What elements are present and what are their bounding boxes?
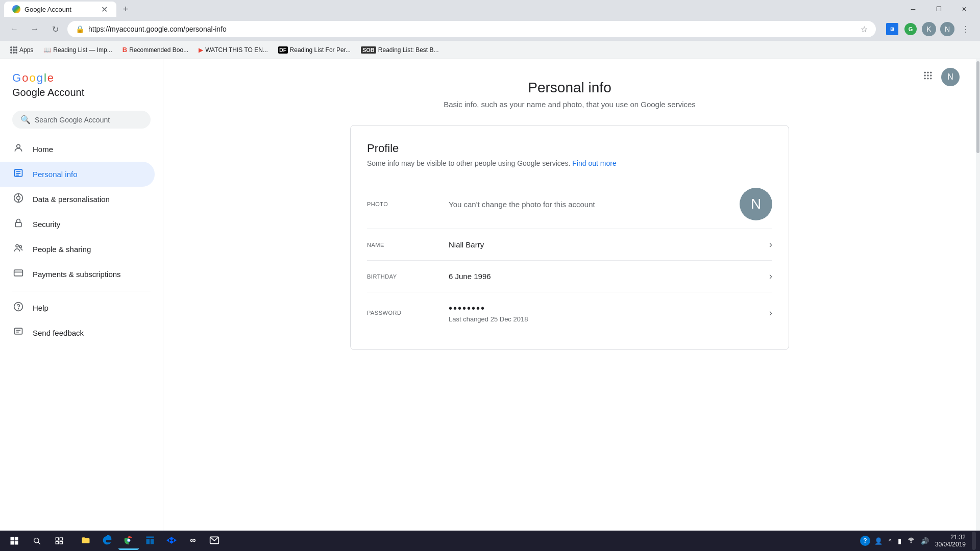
sidebar-item-personal-info[interactable]: Personal info bbox=[0, 162, 155, 187]
user-avatar-button[interactable]: N bbox=[939, 21, 955, 37]
svg-point-21 bbox=[930, 72, 932, 73]
address-bar: ← → ↻ 🔒 https://myaccount.google.com/per… bbox=[0, 18, 980, 41]
data-personalisation-icon bbox=[12, 193, 24, 206]
profile-button[interactable]: K bbox=[921, 21, 937, 37]
sidebar-item-home[interactable]: Home bbox=[0, 137, 155, 162]
birthday-value: 6 June 1996 bbox=[449, 272, 769, 281]
taskbar-app-infinity[interactable]: ∞ bbox=[183, 532, 203, 550]
bookmark-label-5: Reading List: Best B... bbox=[378, 46, 439, 54]
svg-point-32 bbox=[34, 538, 39, 543]
payments-icon bbox=[12, 268, 24, 281]
people-tray-icon[interactable]: 👤 bbox=[872, 536, 885, 546]
back-button[interactable]: ← bbox=[6, 21, 22, 37]
bookmark-star-icon[interactable]: ☆ bbox=[861, 24, 868, 34]
url-bar[interactable]: 🔒 https://myaccount.google.com/personal-… bbox=[67, 21, 876, 37]
forward-button[interactable]: → bbox=[27, 21, 43, 37]
taskbar-app-dropbox[interactable] bbox=[161, 532, 182, 550]
svg-point-25 bbox=[924, 78, 926, 79]
start-button[interactable] bbox=[4, 532, 24, 550]
birthday-row[interactable]: BIRTHDAY 6 June 1996 › bbox=[367, 261, 772, 292]
task-view-button[interactable] bbox=[49, 532, 69, 550]
nav-divider bbox=[12, 291, 151, 291]
toolbar-icons: ⊞ G K N ⋮ bbox=[884, 21, 974, 37]
scrollbar-thumb[interactable] bbox=[976, 61, 979, 153]
svg-rect-34 bbox=[56, 538, 58, 540]
page-subtitle: Basic info, such as your name and photo,… bbox=[188, 100, 951, 109]
url-text: https://myaccount.google.com/personal-in… bbox=[88, 25, 856, 33]
more-options-button[interactable]: ⋮ bbox=[958, 21, 974, 37]
sidebar-item-payments[interactable]: Payments & subscriptions bbox=[0, 262, 155, 287]
search-button[interactable] bbox=[27, 532, 47, 550]
bookmark-watch-this[interactable]: ▶ WATCH THIS TO EN... bbox=[194, 44, 272, 56]
search-placeholder: Search Google Account bbox=[35, 116, 110, 124]
logo-o2: o bbox=[29, 71, 35, 85]
sidebar-item-security[interactable]: Security bbox=[0, 212, 155, 237]
extension-icon-grammarly[interactable]: G bbox=[902, 21, 919, 37]
sidebar-item-send-feedback[interactable]: Send feedback bbox=[0, 320, 155, 345]
find-out-more-link[interactable]: Find out more bbox=[572, 159, 616, 167]
bookmark-label-2: Recommended Boo... bbox=[129, 46, 188, 54]
svg-point-27 bbox=[930, 78, 932, 79]
chevron-tray-icon[interactable]: ^ bbox=[887, 536, 894, 546]
maximize-button[interactable]: ❐ bbox=[927, 2, 950, 17]
google-apps-button[interactable] bbox=[919, 66, 937, 87]
close-button[interactable]: ✕ bbox=[952, 2, 976, 17]
bookmark-reading-list-per[interactable]: DF Reading List For Per... bbox=[274, 44, 355, 56]
help-tray-icon[interactable]: ? bbox=[860, 536, 870, 546]
bookmarks-bar: Apps 📖 Reading List — Imp... B Recommend… bbox=[0, 41, 980, 59]
extension-icon-1[interactable]: ⊞ bbox=[884, 21, 900, 37]
taskbar-app-edge[interactable] bbox=[97, 532, 117, 550]
profile-card-subtitle: Some info may be visible to other people… bbox=[367, 159, 772, 167]
search-bar[interactable]: 🔍 Search Google Account bbox=[12, 111, 151, 129]
sidebar-account-title: Google Account bbox=[12, 87, 151, 98]
tab-close-button[interactable]: ✕ bbox=[100, 5, 108, 13]
active-tab[interactable]: Google Account ✕ bbox=[4, 2, 116, 17]
svg-point-0 bbox=[17, 144, 20, 148]
sidebar-item-data-personalisation[interactable]: Data & personalisation bbox=[0, 187, 155, 212]
bookmark-icon-sob: SOB bbox=[361, 46, 376, 54]
apps-bookmark[interactable]: Apps bbox=[6, 44, 37, 56]
birthday-arrow-icon: › bbox=[769, 271, 772, 282]
new-tab-button[interactable]: + bbox=[118, 2, 133, 16]
bookmark-reading-list-best[interactable]: SOB Reading List: Best B... bbox=[357, 44, 443, 56]
password-arrow-icon: › bbox=[769, 308, 772, 318]
svg-point-20 bbox=[927, 72, 928, 73]
taskbar-app-mail[interactable] bbox=[204, 532, 225, 550]
taskbar-time[interactable]: 21:32 30/04/2019 bbox=[935, 534, 966, 548]
bookmark-icon-reading: 📖 bbox=[43, 46, 51, 54]
logo-o1: o bbox=[22, 71, 28, 85]
people-sharing-icon bbox=[12, 243, 24, 256]
page-title: Personal info bbox=[188, 80, 951, 96]
sidebar-item-label-data: Data & personalisation bbox=[33, 195, 110, 204]
name-row[interactable]: NAME Niall Barry › bbox=[367, 229, 772, 261]
logo-l: l bbox=[44, 71, 46, 85]
password-sub-value: Last changed 25 Dec 2018 bbox=[449, 315, 769, 323]
header-user-avatar[interactable]: N bbox=[941, 68, 960, 86]
taskbar-app-chrome[interactable] bbox=[118, 532, 139, 550]
apps-label: Apps bbox=[19, 46, 33, 54]
svg-line-33 bbox=[38, 542, 40, 544]
password-row[interactable]: PASSWORD •••••••• Last changed 25 Dec 20… bbox=[367, 292, 772, 333]
sidebar-item-label-help: Help bbox=[33, 304, 48, 312]
minimize-button[interactable]: ─ bbox=[901, 2, 925, 17]
home-icon bbox=[12, 143, 24, 156]
taskbar-app-file-explorer[interactable] bbox=[76, 532, 96, 550]
svg-rect-16 bbox=[15, 328, 22, 334]
bookmark-reading-list-imp[interactable]: 📖 Reading List — Imp... bbox=[39, 44, 116, 56]
bookmark-recommended-boo[interactable]: B Recommended Boo... bbox=[118, 44, 192, 56]
reload-button[interactable]: ↻ bbox=[47, 21, 63, 37]
svg-point-11 bbox=[19, 245, 21, 247]
bookmark-icon-df: DF bbox=[278, 46, 288, 54]
security-icon bbox=[12, 218, 24, 231]
taskbar-app-store[interactable] bbox=[140, 532, 160, 550]
sidebar-item-help[interactable]: Help bbox=[0, 295, 155, 320]
sidebar-item-people-sharing[interactable]: People & sharing bbox=[0, 237, 155, 262]
window-controls: ─ ❐ ✕ bbox=[901, 2, 976, 17]
password-value: •••••••• bbox=[449, 303, 769, 314]
scrollbar-track[interactable] bbox=[976, 59, 980, 531]
show-desktop-button[interactable] bbox=[972, 532, 976, 550]
bookmark-label-3: WATCH THIS TO EN... bbox=[205, 46, 268, 54]
svg-point-22 bbox=[924, 74, 926, 76]
wifi-icon bbox=[905, 536, 917, 546]
sidebar-item-label-security: Security bbox=[33, 220, 60, 229]
